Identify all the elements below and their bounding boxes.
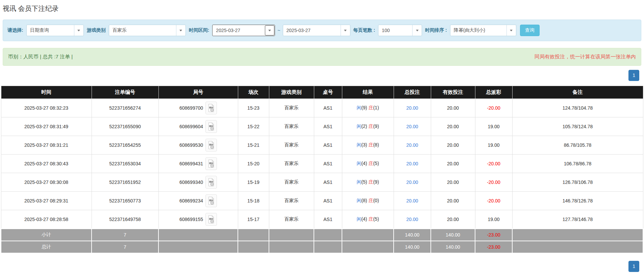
game-type-label: 游戏类别 bbox=[87, 27, 106, 33]
cell-round: 608699604 bbox=[158, 117, 238, 136]
cell-result: 闲(3) 庄(8) bbox=[342, 136, 394, 155]
page-1-button[interactable]: 1 bbox=[628, 70, 639, 81]
banker-result-label: 庄 bbox=[368, 179, 373, 185]
video-file-icon bbox=[208, 159, 215, 168]
cell-time: 2025-03-27 08:31:49 bbox=[1, 117, 92, 136]
date-from-select[interactable]: 2025-03-27 bbox=[212, 25, 275, 36]
cell-valid-bet: 20.00 bbox=[431, 173, 475, 192]
round-number: 608699431 bbox=[179, 161, 203, 166]
round-number: 608699234 bbox=[179, 198, 203, 203]
cell-round: 608699431 bbox=[158, 155, 238, 173]
search-button[interactable]: 查询 bbox=[520, 25, 540, 36]
round-number: 608699340 bbox=[179, 180, 203, 185]
table-row: 2025-03-27 08:31:21 522371654255 6086995… bbox=[1, 136, 643, 155]
round-number: 608699700 bbox=[179, 105, 203, 111]
cell-payout: -20.00 bbox=[475, 99, 512, 117]
subtotal-label: 小计 bbox=[1, 229, 92, 241]
banker-result-score: (0) bbox=[373, 198, 379, 203]
cell-bet-id: 522371656274 bbox=[92, 99, 158, 117]
empty-cell bbox=[314, 229, 342, 241]
cell-total-bet: 20.00 bbox=[394, 192, 431, 210]
cell-session: 15-22 bbox=[238, 117, 269, 136]
page-1-button[interactable]: 1 bbox=[628, 261, 639, 272]
date-to-value: 2025-03-27 bbox=[283, 28, 341, 33]
col-header-time: 时间 bbox=[1, 86, 92, 99]
caret-down-icon[interactable] bbox=[412, 25, 422, 36]
video-file-icon bbox=[208, 141, 215, 149]
cell-time: 2025-03-27 08:31:21 bbox=[1, 136, 92, 155]
total-bet-link[interactable]: 20.00 bbox=[406, 217, 418, 222]
video-replay-button[interactable] bbox=[205, 213, 217, 226]
banker-result-score: (8) bbox=[373, 142, 379, 147]
pagination-top: 1 bbox=[0, 70, 644, 81]
cell-bet-id: 522371649758 bbox=[92, 210, 158, 229]
total-bet-link[interactable]: 20.00 bbox=[406, 161, 418, 166]
total-bet-link[interactable]: 20.00 bbox=[406, 180, 418, 185]
player-result-label: 闲 bbox=[356, 105, 361, 110]
cell-table: AS1 bbox=[314, 192, 342, 210]
subtotal-valid-bet: 140.00 bbox=[431, 229, 475, 241]
cell-valid-bet: 20.00 bbox=[431, 117, 475, 136]
total-bet-link[interactable]: 20.00 bbox=[406, 105, 418, 111]
col-header-total-bet: 总投注 bbox=[394, 86, 431, 99]
cell-total-bet: 20.00 bbox=[394, 136, 431, 155]
total-bet-link[interactable]: 20.00 bbox=[406, 124, 418, 129]
player-result-label: 闲 bbox=[356, 198, 361, 203]
cell-valid-bet: 20.00 bbox=[431, 136, 475, 155]
video-replay-button[interactable] bbox=[205, 139, 217, 152]
total-bet-link[interactable]: 20.00 bbox=[406, 198, 418, 203]
player-result-score: (8) bbox=[361, 198, 367, 203]
video-replay-button[interactable] bbox=[205, 157, 217, 170]
caret-down-icon[interactable] bbox=[74, 25, 83, 36]
empty-cell bbox=[314, 241, 342, 253]
cell-total-bet: 20.00 bbox=[394, 210, 431, 229]
player-result-score: (9) bbox=[361, 105, 367, 110]
video-replay-button[interactable] bbox=[205, 102, 217, 114]
banker-result-score: (9) bbox=[373, 179, 379, 185]
caret-down-icon[interactable] bbox=[506, 25, 516, 36]
caret-shape bbox=[268, 30, 271, 31]
cell-bet-id: 522371651952 bbox=[92, 173, 158, 192]
cell-round: 608699340 bbox=[158, 173, 238, 192]
caret-down-icon[interactable] bbox=[176, 25, 185, 36]
cell-remark: 146.78/126.78 bbox=[512, 192, 643, 210]
page-title: 视讯 会员下注纪录 bbox=[3, 4, 641, 13]
video-replay-button[interactable] bbox=[205, 176, 217, 189]
cell-round: 608699155 bbox=[158, 210, 238, 229]
cell-session: 15-23 bbox=[238, 99, 269, 117]
table-row: 2025-03-27 08:31:49 522371655090 6086996… bbox=[1, 117, 643, 136]
empty-cell bbox=[238, 229, 269, 241]
banker-result-label: 庄 bbox=[368, 198, 373, 203]
cell-bet-id: 522371654255 bbox=[92, 136, 158, 155]
cell-session: 15-19 bbox=[238, 173, 269, 192]
caret-down-icon[interactable] bbox=[341, 25, 350, 36]
empty-cell bbox=[158, 229, 238, 241]
total-row: 总计 7 140.00 140.00 -23.00 bbox=[1, 241, 643, 253]
banker-result-label: 庄 bbox=[368, 216, 373, 222]
total-bet-link[interactable]: 20.00 bbox=[406, 142, 418, 148]
empty-cell bbox=[269, 229, 314, 241]
cell-time: 2025-03-27 08:32:23 bbox=[1, 99, 92, 117]
cell-game-type: 百家乐 bbox=[269, 173, 314, 192]
game-type-select[interactable]: 百家乐 bbox=[109, 25, 186, 36]
cell-total-bet: 20.00 bbox=[394, 155, 431, 173]
col-header-table: 桌号 bbox=[314, 86, 342, 99]
page-size-select[interactable]: 100 bbox=[378, 25, 422, 36]
caret-down-icon[interactable] bbox=[265, 25, 274, 35]
empty-cell bbox=[158, 241, 238, 253]
query-type-select[interactable]: 日期查询 bbox=[26, 25, 84, 36]
video-replay-button[interactable] bbox=[205, 120, 217, 133]
time-sort-select[interactable]: 降幂(由大到小) bbox=[450, 25, 516, 36]
query-type-label: 请选择: bbox=[7, 27, 23, 33]
subtotal-count: 7 bbox=[92, 229, 158, 241]
video-replay-button[interactable] bbox=[205, 194, 217, 207]
date-to-select[interactable]: 2025-03-27 bbox=[283, 25, 350, 36]
page-size-label: 每页笔数 : bbox=[353, 27, 375, 33]
time-sort-value: 降幂(由大到小) bbox=[450, 27, 506, 33]
cell-payout: -20.00 bbox=[475, 155, 512, 173]
caret-shape bbox=[344, 30, 347, 31]
cell-total-bet: 20.00 bbox=[394, 117, 431, 136]
cell-game-type: 百家乐 bbox=[269, 155, 314, 173]
cell-valid-bet: 20.00 bbox=[431, 210, 475, 229]
currency-total-text: 币别：人民币 | 总共 :7 注单 | bbox=[8, 54, 73, 60]
